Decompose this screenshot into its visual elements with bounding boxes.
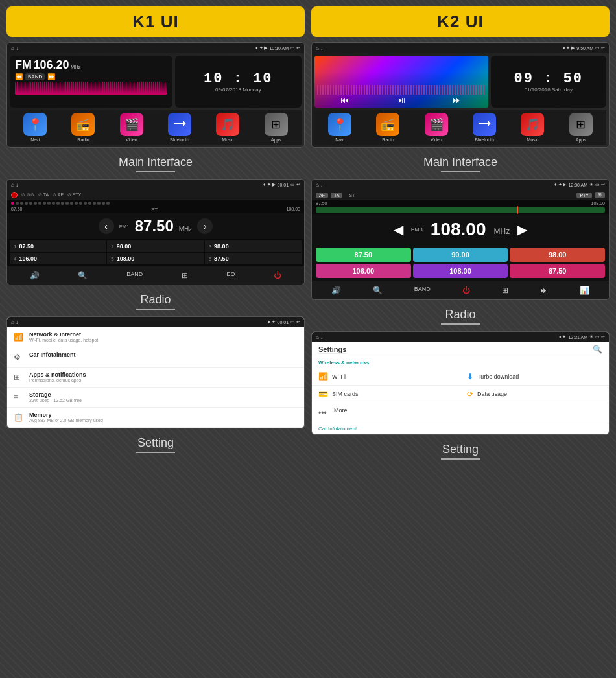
k2-turbo-cell[interactable]: ⬇ Turbo download <box>460 368 609 385</box>
k2-app-bluetooth[interactable]: ⭢ Bluetooth <box>468 113 501 142</box>
k2-sim-icon: 💳 <box>318 390 328 399</box>
k2-settings-title: Settings <box>318 345 346 354</box>
k2-next-btn[interactable]: ⏭ <box>453 95 462 105</box>
k2-app-video[interactable]: 🎬 Video <box>420 113 453 142</box>
k1-app-music[interactable]: 🎵 Music <box>211 113 244 142</box>
k2-data-label: Data usage <box>477 391 507 397</box>
k2-vol-btn[interactable]: 🔊 <box>327 285 345 296</box>
k2-more-row[interactable]: ••• More <box>312 403 609 423</box>
k1-setting-storage[interactable]: ≡ Storage 22% used - 12.52 GB free <box>7 388 304 408</box>
k2-turbo-icon: ⬇ <box>467 372 473 381</box>
k1-video-label: Video <box>126 137 137 142</box>
k1-setting-network[interactable]: 📶 Network & Internet Wi-Fi, mobile, data… <box>7 327 304 347</box>
k1-freq-dots <box>7 200 304 206</box>
k1-search-btn[interactable]: 🔍 <box>74 270 91 281</box>
k1-memory-title: Memory <box>29 412 103 418</box>
k1-radio-pty: ⊙ PTY <box>67 193 82 198</box>
k2-preset-1[interactable]: 87.50 <box>316 248 411 262</box>
k1-memory-text: Memory Avg 883 MB of 2.0 GB memory used <box>29 412 103 423</box>
k1-header: K1 UI <box>6 6 305 37</box>
k2-preset-4[interactable]: 106.00 <box>316 264 411 278</box>
k1-preset-2[interactable]: 290.00 <box>107 240 204 252</box>
k2-power-btn[interactable]: ⏻ <box>458 285 474 296</box>
k2-settings-screen: ⌂ ↓ ♦ ✦ 12:31 AM ☀ ▭ ↩ Settings 🔍 Wirele… <box>311 331 610 435</box>
k1-grid-btn[interactable]: ⊞ <box>178 270 192 281</box>
k2-band-btn[interactable]: BAND <box>410 285 434 296</box>
k2-play-btn[interactable]: ⏯ <box>397 95 406 105</box>
k2-preset-5[interactable]: 108.00 <box>413 264 508 278</box>
k1-band-btn-bottom[interactable]: BAND <box>123 270 147 281</box>
k2-wifi-icon: 📶 <box>318 372 328 381</box>
k2-search-btn[interactable]: 🔍 <box>369 285 386 296</box>
k2-sim-row[interactable]: 💳 SIM cards ⟳ Data usage <box>312 386 609 403</box>
k1-next-btn[interactable]: ⏩ <box>47 73 55 80</box>
k1-power-btn[interactable]: ⏻ <box>270 270 285 281</box>
k1-vol-btn[interactable]: 🔊 <box>26 270 43 281</box>
k1-eq-btn[interactable]: EQ <box>222 270 239 281</box>
k1-setting-car[interactable]: ⚙ Car Infotainment <box>7 347 304 368</box>
k1-battery-icon: ▭ ↩ <box>290 45 300 51</box>
k1-band-btn[interactable]: BAND <box>25 73 45 80</box>
k2-pty-btn[interactable]: PTY <box>576 193 592 198</box>
k2-main-freq-display: ◀ FM3 108.00 MHz ▶ <box>312 214 609 245</box>
k2-main-screen: ⌂ ↓ ♦ ✦ ▶ 9:50 AM ▭ ↩ ⏮ ⏯ ⏭ <box>311 42 610 148</box>
k2-af-btn[interactable]: AF <box>316 193 328 198</box>
k1-preset-1[interactable]: 187.50 <box>10 240 106 252</box>
k2-radio-bottom-bar: 🔊 🔍 BAND ⏻ ⊞ ⏭ 📊 <box>312 281 609 299</box>
k1-app-apps[interactable]: ⊞ Apps <box>260 113 292 142</box>
k2-preset-6[interactable]: 87.50 <box>510 264 605 278</box>
k2-settings-search-icon[interactable]: 🔍 <box>593 345 602 354</box>
k1-app-bluetooth[interactable]: ⭢ Bluetooth <box>163 113 196 142</box>
k2-skip-btn[interactable]: ⏭ <box>536 285 552 296</box>
k2-radio-status-bar: ⌂ ↓ ♦ ✦ ▶ 12:30 AM ☀ ▭ ↩ <box>312 180 609 190</box>
k2-wifi-cell[interactable]: 📶 Wi-Fi <box>312 368 460 385</box>
k2-preset-2[interactable]: 90.00 <box>413 248 508 262</box>
k1-freq-next[interactable]: › <box>197 218 213 234</box>
k1-app-video[interactable]: 🎬 Video <box>115 113 148 142</box>
k2-chart-btn[interactable]: 📊 <box>576 285 593 296</box>
k2-extra-btn[interactable]: ⊞ <box>595 192 605 198</box>
k1-setting-apps[interactable]: ⊞ Apps & notifications Permissions, defa… <box>7 368 304 388</box>
k2-app-music[interactable]: 🎵 Music <box>516 113 549 142</box>
k2-data-cell[interactable]: ⟳ Data usage <box>460 386 609 403</box>
k2-app-navi[interactable]: 📍 Navi <box>324 113 356 142</box>
k1-radio-red-dot <box>11 192 18 198</box>
k1-app-navi[interactable]: 📍 Navi <box>19 113 51 142</box>
k2-freq-prev[interactable]: ◀ <box>394 222 403 237</box>
k1-app-radio[interactable]: 📻 Radio <box>67 113 99 142</box>
k2-music-label: Music <box>527 137 538 142</box>
k2-fm-label: FM3 <box>411 226 423 233</box>
k2-preset-3[interactable]: 98.00 <box>510 248 605 262</box>
k1-preset-5[interactable]: 5108.00 <box>107 253 204 264</box>
k1-radio-freq-num: 106.20 <box>34 58 69 71</box>
k1-preset-4[interactable]: 4106.00 <box>10 253 106 264</box>
k1-set-signal: ♦ ✦ <box>268 320 276 325</box>
k1-setting-memory[interactable]: 📋 Memory Avg 883 MB of 2.0 GB memory use… <box>7 408 304 428</box>
k1-network-text: Network & Internet Wi-Fi, mobile, data u… <box>29 331 98 342</box>
k1-preset-3[interactable]: 398.00 <box>205 240 302 252</box>
k2-sim-cell[interactable]: 💳 SIM cards <box>312 386 460 403</box>
k2-radio-icon: 📻 <box>376 113 399 136</box>
k2-home-icon: ⌂ ↓ <box>316 45 323 51</box>
k1-music-icon: 🎵 <box>216 113 239 136</box>
k1-prev-btn[interactable]: ⏪ <box>15 73 23 80</box>
k2-navi-icon: 📍 <box>328 113 351 136</box>
k1-set-time: 00:01 <box>278 320 289 325</box>
k2-freq-bar <box>312 206 609 214</box>
k1-status-left: ⌂ ↓ <box>11 45 19 51</box>
k1-radio-top-bar: ⊙ ⊙⊙ ⊙ TA ⊙ AF ⊙ PTY <box>7 190 304 200</box>
k1-preset-6[interactable]: 687.50 <box>205 253 302 264</box>
k2-freq-next[interactable]: ▶ <box>517 222 527 237</box>
k1-freq-prev[interactable]: ‹ <box>99 218 114 234</box>
k2-prev-btn[interactable]: ⏮ <box>340 95 349 105</box>
k1-bluetooth-icon: ⭢ <box>168 113 191 136</box>
k1-radio-signal: ♦ ✦ ▶ <box>263 182 275 187</box>
k2-app-radio[interactable]: 📻 Radio <box>372 113 404 142</box>
k2-radio-signal: ♦ ✦ ▶ <box>554 182 566 187</box>
k2-main-status-bar: ⌂ ↓ ♦ ✦ ▶ 9:50 AM ▭ ↩ <box>312 43 609 53</box>
k2-app-apps[interactable]: ⊞ Apps <box>565 113 597 142</box>
k2-grid-btn[interactable]: ⊞ <box>498 285 512 296</box>
k2-car-label[interactable]: Car Infotainment <box>312 423 609 434</box>
k2-ta-btn[interactable]: TA <box>331 193 342 198</box>
k2-wifi-row[interactable]: 📶 Wi-Fi ⬇ Turbo download <box>312 368 609 386</box>
